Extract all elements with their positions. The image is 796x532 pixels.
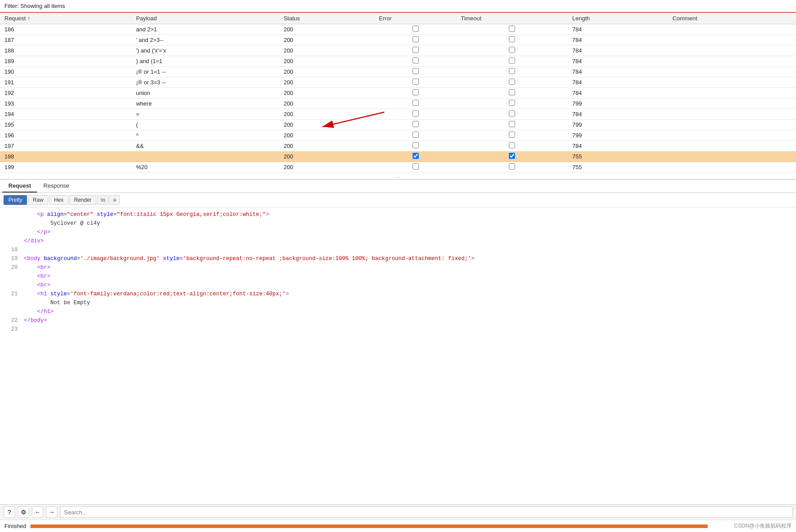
table-row[interactable]: 191¡® or 3=3 --200784 bbox=[0, 77, 796, 88]
code-line: 20 <br> bbox=[4, 263, 792, 272]
code-line: 18 bbox=[4, 245, 792, 254]
table-row[interactable]: 198200755 bbox=[0, 151, 796, 162]
col-request[interactable]: Request ↑ bbox=[0, 13, 132, 24]
btn-render[interactable]: Render bbox=[69, 195, 96, 205]
back-button[interactable]: ← bbox=[32, 506, 43, 518]
ellipsis-row: ... bbox=[0, 173, 796, 179]
results-table: Request ↑ Payload Status Error Timeout L… bbox=[0, 13, 796, 179]
bottom-toolbar: ? ⚙ ← → bbox=[0, 504, 796, 520]
code-line: </div> bbox=[4, 237, 792, 245]
progress-bar bbox=[30, 524, 708, 528]
code-line: <br> bbox=[4, 272, 792, 281]
table-row[interactable]: 194=200784 bbox=[0, 109, 796, 120]
col-comment: Comment bbox=[668, 13, 796, 24]
filter-label: Filter: Showing all items bbox=[4, 3, 65, 9]
tab-request[interactable]: Request bbox=[2, 180, 37, 192]
code-line: </p> bbox=[4, 228, 792, 237]
format-toolbar: Pretty Raw Hex Render \n ≡ bbox=[0, 193, 796, 208]
search-input[interactable] bbox=[60, 506, 792, 518]
table-row[interactable]: 186and 2>1200784 bbox=[0, 24, 796, 35]
col-timeout: Timeout bbox=[456, 13, 568, 24]
btn-hex[interactable]: Hex bbox=[49, 195, 68, 205]
btn-newline[interactable]: \n bbox=[97, 195, 109, 205]
code-line: 21 <h1 style='font-family:verdana;color:… bbox=[4, 290, 792, 298]
col-payload: Payload bbox=[132, 13, 279, 24]
filter-bar: Filter: Showing all items bbox=[0, 0, 796, 13]
table-row[interactable]: 193where200799 bbox=[0, 98, 796, 109]
watermark: CSDN@小鱼腹肌码程序 bbox=[734, 522, 792, 530]
col-length: Length bbox=[568, 13, 668, 24]
code-line: <br> bbox=[4, 281, 792, 290]
code-line: 22</body> bbox=[4, 316, 792, 325]
table-row[interactable]: 188') and ('x'='x200784 bbox=[0, 45, 796, 56]
table-row[interactable]: 196^200799 bbox=[0, 130, 796, 141]
status-bar: Finished CSDN@小鱼腹肌码程序 bbox=[0, 520, 796, 532]
settings-button[interactable]: ⚙ bbox=[18, 506, 29, 518]
code-line: 19<body background='./image/background.j… bbox=[4, 254, 792, 263]
code-line: Not be Empty bbox=[4, 298, 792, 307]
help-button[interactable]: ? bbox=[4, 506, 15, 518]
status-text: Finished bbox=[0, 523, 30, 529]
btn-menu[interactable]: ≡ bbox=[110, 195, 120, 205]
code-display: <p align="center" style="font:italic 15p… bbox=[0, 208, 796, 504]
code-line: Syclover @ cl4y bbox=[4, 219, 792, 228]
req-res-tab-bar: Request Response bbox=[0, 180, 796, 193]
table-row[interactable]: 197&&200784 bbox=[0, 141, 796, 151]
btn-pretty[interactable]: Pretty bbox=[4, 195, 27, 205]
table-row[interactable]: 190¡® or 1=1 --200784 bbox=[0, 67, 796, 77]
table-row[interactable]: 192union200784 bbox=[0, 88, 796, 98]
results-table-area: Request ↑ Payload Status Error Timeout L… bbox=[0, 13, 796, 180]
col-status: Status bbox=[279, 13, 375, 24]
forward-button[interactable]: → bbox=[46, 506, 57, 518]
btn-raw[interactable]: Raw bbox=[28, 195, 48, 205]
code-line: <p align="center" style="font:italic 15p… bbox=[4, 210, 792, 219]
table-row[interactable]: 189) and (1=1200784 bbox=[0, 56, 796, 67]
table-row[interactable]: 195(200799 bbox=[0, 120, 796, 130]
code-line: 23 bbox=[4, 325, 792, 334]
col-error: Error bbox=[375, 13, 456, 24]
tab-response[interactable]: Response bbox=[37, 180, 76, 192]
table-row[interactable]: 199%20200755 bbox=[0, 162, 796, 173]
table-row[interactable]: 187' and 2>3--200784 bbox=[0, 35, 796, 45]
code-line: </h1> bbox=[4, 307, 792, 316]
